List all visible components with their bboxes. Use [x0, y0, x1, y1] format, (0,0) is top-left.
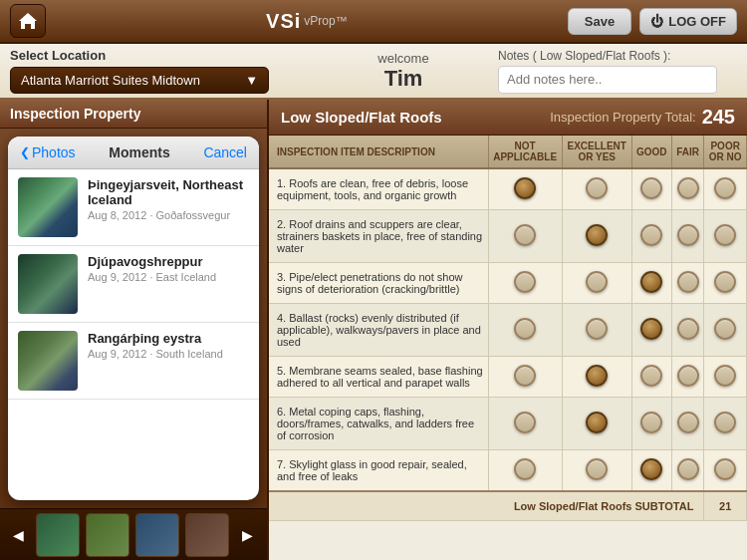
radio-cell[interactable] [562, 263, 631, 304]
photo-info: Rangárþing eystra Aug 9, 2012 · South Ic… [88, 331, 249, 360]
top-bar: VSi vProp™ Save ⏻ LOG OFF [0, 0, 747, 44]
radio-circle[interactable] [640, 412, 662, 433]
radio-circle[interactable] [514, 318, 536, 340]
radio-cell[interactable] [704, 357, 747, 398]
radio-cell[interactable] [562, 304, 631, 357]
radio-cell[interactable] [631, 398, 671, 450]
radio-cell[interactable] [562, 398, 631, 450]
radio-circle[interactable] [640, 318, 662, 340]
radio-circle[interactable] [640, 458, 662, 480]
radio-circle[interactable] [677, 458, 699, 480]
radio-circle[interactable] [677, 318, 699, 340]
thumb-next-button[interactable]: ▶ [235, 523, 259, 547]
radio-cell[interactable] [671, 450, 703, 492]
radio-circle[interactable] [714, 412, 736, 433]
radio-cell[interactable] [631, 263, 671, 304]
photo-date: Aug 8, 2012 · Goðafossvegur [88, 209, 249, 221]
radio-circle[interactable] [586, 365, 608, 387]
radio-circle[interactable] [514, 412, 536, 433]
radio-cell[interactable] [704, 398, 747, 450]
radio-circle[interactable] [677, 271, 699, 293]
list-item[interactable]: Djúpavogshreppur Aug 9, 2012 · East Icel… [8, 246, 259, 323]
radio-cell[interactable] [671, 263, 703, 304]
radio-cell[interactable] [671, 210, 703, 263]
location-dropdown[interactable]: Atlanta Marriott Suites Midtown ▼ [10, 67, 269, 94]
moments-tab[interactable]: Moments [109, 144, 169, 160]
radio-circle[interactable] [714, 458, 736, 480]
radio-cell[interactable] [671, 398, 703, 450]
radio-circle[interactable] [640, 271, 662, 293]
radio-cell[interactable] [562, 450, 631, 492]
thumb-prev-button[interactable]: ◀ [6, 523, 30, 547]
radio-circle[interactable] [640, 224, 662, 246]
radio-cell[interactable] [488, 398, 562, 450]
radio-circle[interactable] [640, 365, 662, 387]
radio-circle[interactable] [714, 271, 736, 293]
radio-circle[interactable] [514, 271, 536, 293]
radio-circle[interactable] [586, 177, 608, 199]
location-value: Atlanta Marriott Suites Midtown [21, 73, 200, 88]
radio-cell[interactable] [488, 304, 562, 357]
radio-circle[interactable] [677, 224, 699, 246]
photo-thumbnail [18, 254, 78, 314]
cancel-button[interactable]: Cancel [203, 144, 247, 160]
radio-cell[interactable] [488, 450, 562, 492]
photo-info: Þingeyjarsveit, Northeast Iceland Aug 8,… [88, 177, 249, 221]
thumbnail-1[interactable] [36, 513, 80, 557]
logoff-button[interactable]: ⏻ LOG OFF [639, 8, 737, 35]
radio-circle[interactable] [677, 412, 699, 433]
radio-cell[interactable] [562, 168, 631, 210]
thumbnail-4[interactable] [185, 513, 229, 557]
thumbnail-2[interactable] [86, 513, 129, 557]
radio-cell[interactable] [488, 210, 562, 263]
radio-circle[interactable] [586, 271, 608, 293]
radio-cell[interactable] [704, 263, 747, 304]
radio-cell[interactable] [671, 304, 703, 357]
radio-cell[interactable] [704, 304, 747, 357]
radio-circle[interactable] [714, 318, 736, 340]
radio-circle[interactable] [677, 177, 699, 199]
radio-cell[interactable] [671, 168, 703, 210]
radio-circle[interactable] [514, 224, 536, 246]
list-item[interactable]: Rangárþing eystra Aug 9, 2012 · South Ic… [8, 323, 259, 400]
photo-title: Rangárþing eystra [88, 331, 249, 346]
radio-cell[interactable] [488, 357, 562, 398]
radio-circle[interactable] [586, 318, 608, 340]
thumbnail-3[interactable] [135, 513, 179, 557]
left-panel-header: Inspection Property [0, 100, 267, 129]
col-good: GOOD [631, 136, 671, 168]
notes-label: Notes ( Low Sloped/Flat Roofs ): [498, 49, 737, 63]
save-button[interactable]: Save [568, 8, 631, 35]
radio-circle[interactable] [714, 177, 736, 199]
subtotal-label: Low Sloped/Flat Roofs SUBTOTAL [269, 491, 704, 521]
radio-cell[interactable] [704, 450, 747, 492]
radio-circle[interactable] [677, 365, 699, 387]
radio-cell[interactable] [488, 168, 562, 210]
radio-circle[interactable] [586, 458, 608, 480]
radio-circle[interactable] [514, 177, 536, 199]
list-item[interactable]: Þingeyjarsveit, Northeast Iceland Aug 8,… [8, 169, 259, 246]
table-row: 2. Roof drains and scuppers are clear, s… [269, 210, 747, 263]
radio-cell[interactable] [488, 263, 562, 304]
radio-cell[interactable] [631, 450, 671, 492]
radio-circle[interactable] [586, 412, 608, 433]
radio-cell[interactable] [671, 357, 703, 398]
radio-cell[interactable] [631, 357, 671, 398]
notes-input[interactable] [498, 66, 717, 94]
radio-circle[interactable] [514, 458, 536, 480]
radio-cell[interactable] [704, 168, 747, 210]
radio-cell[interactable] [562, 210, 631, 263]
radio-circle[interactable] [714, 224, 736, 246]
thumbnail-bar: ◀ ▶ [0, 508, 267, 560]
radio-cell[interactable] [631, 168, 671, 210]
radio-circle[interactable] [714, 365, 736, 387]
radio-cell[interactable] [562, 357, 631, 398]
radio-circle[interactable] [514, 365, 536, 387]
radio-cell[interactable] [631, 304, 671, 357]
radio-cell[interactable] [704, 210, 747, 263]
radio-cell[interactable] [631, 210, 671, 263]
radio-circle[interactable] [586, 224, 608, 246]
radio-circle[interactable] [640, 177, 662, 199]
home-button[interactable] [10, 4, 46, 38]
photos-back-button[interactable]: Photos [20, 144, 76, 160]
